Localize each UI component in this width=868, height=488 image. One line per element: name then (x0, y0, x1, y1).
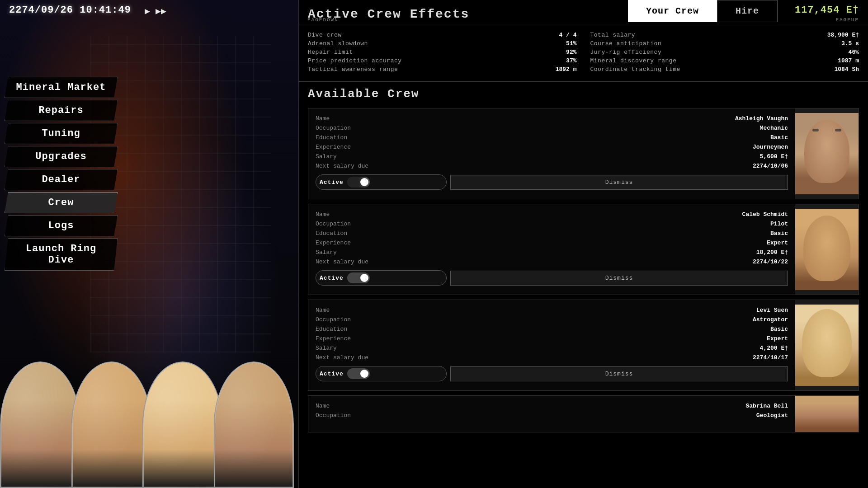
salary-row-caleb: Salary 18,200 E† (316, 248, 788, 257)
dismiss-levi[interactable]: Dismiss (450, 366, 788, 381)
crew-face-sabrina (795, 396, 859, 432)
scaffold-decoration (90, 36, 271, 352)
tab-hire[interactable]: Hire (717, 0, 778, 22)
name-row-caleb: Name Caleb Schmidt (316, 210, 788, 219)
portrait-1 (0, 361, 80, 488)
effect-course: Course anticipation 3.5 s (590, 39, 859, 48)
crew-info-caleb: Name Caleb Schmidt Occupation Pilot Educ… (308, 204, 795, 295)
tab-your-crew[interactable]: Your Crew (628, 0, 717, 22)
effect-dive-crew: Dive crew 4 / 4 (308, 31, 577, 39)
toggle-track-levi[interactable] (347, 368, 370, 379)
crew-effects-section: Dive crew 4 / 4 Adrenal slowdown 51% Rep… (299, 25, 868, 82)
experience-row-caleb: Experience Expert (316, 238, 788, 248)
nav-logs[interactable]: Logs (5, 215, 118, 236)
portrait-helmet-1 (0, 361, 80, 488)
nav-mineral-market[interactable]: Mineral Market (5, 77, 118, 98)
crew-photo-levi (795, 300, 859, 390)
effect-jury-rig: Jury-rig efficiency 46% (590, 48, 859, 56)
nav-repairs[interactable]: Repairs (5, 100, 118, 121)
effect-total-salary: Total salary 38,900 E† (590, 31, 859, 39)
crew-card-levi: Name Levi Suen Occupation Astrogator Edu… (308, 300, 859, 391)
portrait-2 (71, 361, 152, 488)
crew-card-caleb: Name Caleb Schmidt Occupation Pilot Educ… (308, 204, 859, 295)
portrait-3 (142, 361, 223, 488)
play-button[interactable]: ▶ (145, 5, 150, 17)
nav-upgrades[interactable]: Upgrades (5, 146, 118, 167)
toggle-track-caleb[interactable] (347, 272, 370, 283)
effects-grid: Dive crew 4 / 4 Adrenal slowdown 51% Rep… (308, 31, 859, 74)
effect-repair: Repair limit 92% (308, 48, 577, 56)
name-row-levi: Name Levi Suen (316, 305, 788, 315)
crew-face-levi (795, 305, 859, 386)
fast-forward-button[interactable]: ▶▶ (156, 5, 166, 17)
crew-controls-levi: Active Dismiss (316, 362, 788, 385)
crew-portraits (0, 343, 294, 488)
portrait-4 (214, 361, 294, 488)
available-crew-title: Available Crew (308, 87, 859, 101)
effect-adrenal: Adrenal slowdown 51% (308, 39, 577, 48)
side-nav: Mineral Market Repairs Tuning Upgrades D… (5, 77, 118, 271)
effect-price-prediction: Price prediction accuracy 37% (308, 56, 577, 65)
crew-face-caleb (795, 209, 859, 290)
occupation-row-sabrina: Occupation Geologist (316, 411, 788, 420)
crew-controls-ashleigh: Active Dismiss (316, 171, 788, 193)
salary-row-levi: Salary 4,200 E† (316, 343, 788, 353)
effects-left: Dive crew 4 / 4 Adrenal slowdown 51% Rep… (308, 31, 577, 74)
effects-right: Total salary 38,900 E† Course anticipati… (590, 31, 859, 74)
portrait-helmet-4 (214, 361, 294, 488)
nav-crew[interactable]: Crew (5, 192, 118, 213)
dismiss-caleb[interactable]: Dismiss (450, 271, 788, 286)
pageup-label: PAGEUP (835, 17, 859, 23)
name-row-ashleigh: Name Ashleigh Vaughn (316, 114, 788, 123)
nav-launch-ring-dive[interactable]: Launch Ring Dive (5, 238, 118, 271)
effect-coordinate: Coordinate tracking time 1084 Sh (590, 65, 859, 74)
occupation-row-levi: Occupation Astrogator (316, 315, 788, 324)
pagedown-label: PAGEDOWN (307, 17, 339, 23)
nav-tuning[interactable]: Tuning (5, 123, 118, 144)
education-row-caleb: Education Basic (316, 229, 788, 238)
crew-info-levi: Name Levi Suen Occupation Astrogator Edu… (308, 300, 795, 390)
crew-card-ashleigh: Name Ashleigh Vaughn Occupation Mechanic… (308, 108, 859, 199)
effect-tactical: Tactical awareness range 1892 m (308, 65, 577, 74)
next-salary-row-ashleigh: Next salary due 2274/10/06 (316, 161, 788, 171)
crew-photo-caleb (795, 204, 859, 295)
experience-row-levi: Experience Expert (316, 334, 788, 343)
dismiss-ashleigh[interactable]: Dismiss (450, 175, 788, 190)
experience-row-ashleigh: Experience Journeymen (316, 142, 788, 152)
portrait-helmet-3 (142, 361, 223, 488)
crew-info-ashleigh: Name Ashleigh Vaughn Occupation Mechanic… (308, 108, 795, 199)
top-bar: 2274/09/26 10:41:49 ▶ ▶▶ PAGEDOWN Your C… (0, 0, 868, 27)
name-row-sabrina: Name Sabrina Bell (316, 401, 788, 411)
play-controls: ▶ ▶▶ (145, 5, 166, 17)
toggle-thumb-levi (360, 370, 368, 378)
toggle-track-ashleigh[interactable] (347, 177, 370, 188)
education-row-levi: Education Basic (316, 324, 788, 334)
toggle-levi[interactable]: Active (316, 366, 447, 381)
next-salary-row-caleb: Next salary due 2274/10/22 (316, 257, 788, 267)
available-crew-section: Available Crew Name Ashleigh Vaughn Occu… (299, 82, 868, 432)
toggle-ashleigh[interactable]: Active (316, 174, 447, 190)
main-panel: Active Crew Effects Dive crew 4 / 4 Adre… (298, 0, 868, 488)
crew-controls-caleb: Active Dismiss (316, 267, 788, 289)
education-row-ashleigh: Education Basic (316, 133, 788, 142)
occupation-row-ashleigh: Occupation Mechanic (316, 123, 788, 133)
tab-buttons: Your Crew Hire (628, 0, 778, 22)
crew-photo-ashleigh (795, 108, 859, 199)
currency-display: 117,454 E† (795, 5, 859, 16)
toggle-thumb-caleb (360, 274, 368, 282)
portrait-helmet-2 (71, 361, 152, 488)
crew-face-ashleigh (795, 113, 859, 194)
occupation-row-caleb: Occupation Pilot (316, 219, 788, 229)
salary-row-ashleigh: Salary 5,600 E† (316, 152, 788, 161)
toggle-caleb[interactable]: Active (316, 270, 447, 286)
datetime: 2274/09/26 10:41:49 (9, 5, 131, 16)
nav-dealer[interactable]: Dealer (5, 169, 118, 190)
next-salary-row-levi: Next salary due 2274/10/17 (316, 353, 788, 362)
crew-info-sabrina: Name Sabrina Bell Occupation Geologist (308, 396, 795, 432)
crew-card-sabrina: Name Sabrina Bell Occupation Geologist (308, 395, 859, 432)
toggle-thumb-ashleigh (360, 178, 368, 186)
crew-photo-sabrina (795, 396, 859, 432)
effect-mineral-discovery: Mineral discovery range 1087 m (590, 56, 859, 65)
